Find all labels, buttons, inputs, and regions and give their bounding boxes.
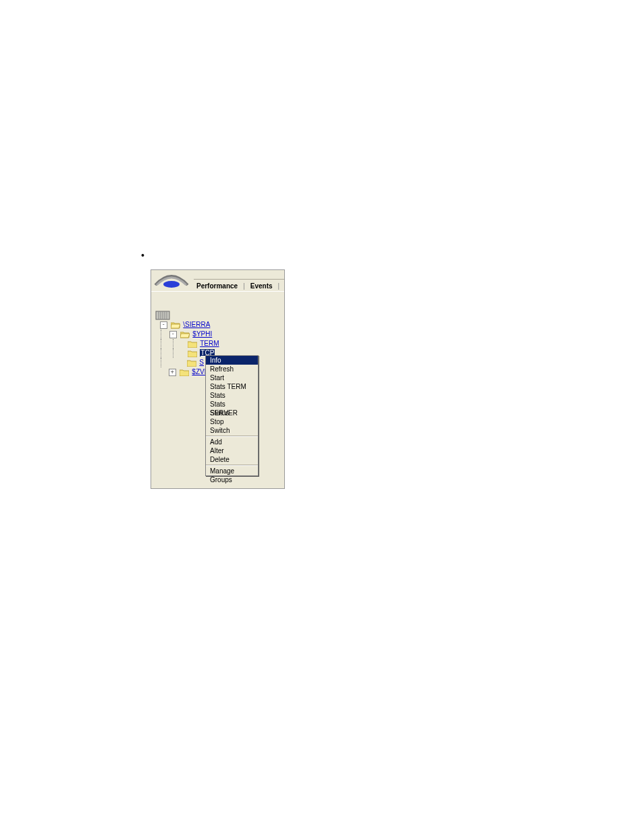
menu-item-refresh[interactable]: Refresh <box>206 365 258 373</box>
menu-item-stats-term[interactable]: Stats TERM <box>206 382 258 391</box>
tree-label[interactable]: TERM <box>200 340 219 347</box>
menu-item-start[interactable]: Start <box>206 373 258 382</box>
menu-separator <box>206 436 258 437</box>
tab-events[interactable]: Events <box>248 282 275 290</box>
toolbar <box>151 291 284 309</box>
tree-root-icon-row <box>155 311 284 320</box>
menu-item-info[interactable]: Info <box>206 356 258 365</box>
menu-item-stop[interactable]: Stop <box>206 417 258 426</box>
folder-icon <box>180 369 189 376</box>
tree-label[interactable]: \SIERRA <box>183 321 210 328</box>
menu-item-manage-groups[interactable]: Manage Groups <box>206 467 258 475</box>
svg-point-0 <box>163 281 180 288</box>
menu-item-add[interactable]: Add <box>206 438 258 446</box>
folder-open-icon <box>171 321 180 329</box>
menu-item-stats-server[interactable]: Stats SERVER <box>206 400 258 409</box>
folder-icon <box>188 350 197 357</box>
expand-icon[interactable]: + <box>169 369 176 376</box>
menu-separator <box>206 465 258 466</box>
menu-item-alter[interactable]: Alter <box>206 446 258 455</box>
bullet: • <box>141 250 144 261</box>
server-icon <box>155 311 170 320</box>
tree-node-term[interactable]: TERM <box>155 339 284 348</box>
tree-node-sierra[interactable]: - \SIERRA <box>155 320 284 330</box>
app-logo <box>153 271 193 288</box>
menu-item-delete[interactable]: Delete <box>206 455 258 464</box>
tree-label[interactable]: $YPHI <box>192 330 212 338</box>
tab-performance[interactable]: Performance <box>194 282 240 290</box>
tree-label[interactable]: S <box>199 359 204 366</box>
tab-separator: | <box>275 282 283 290</box>
folder-icon <box>187 359 196 367</box>
menu-item-stats[interactable]: Stats <box>206 391 258 400</box>
arc-logo-icon <box>153 271 190 288</box>
tab-bar: Performance | Events | Ope <box>194 279 284 292</box>
collapse-icon[interactable]: - <box>169 331 177 338</box>
folder-icon <box>188 340 197 348</box>
tab-separator: | <box>240 282 248 290</box>
tree-node-yphi[interactable]: - $YPHI <box>155 330 284 339</box>
collapse-icon[interactable]: - <box>160 321 167 329</box>
app-window: Performance | Events | Ope - \SIERRA - $… <box>151 269 285 489</box>
tab-operations[interactable]: Ope <box>282 282 284 290</box>
context-menu: Info Refresh Start Stats TERM Stats Stat… <box>205 355 259 476</box>
menu-item-switch[interactable]: Switch <box>206 426 258 435</box>
folder-open-icon <box>180 331 190 338</box>
